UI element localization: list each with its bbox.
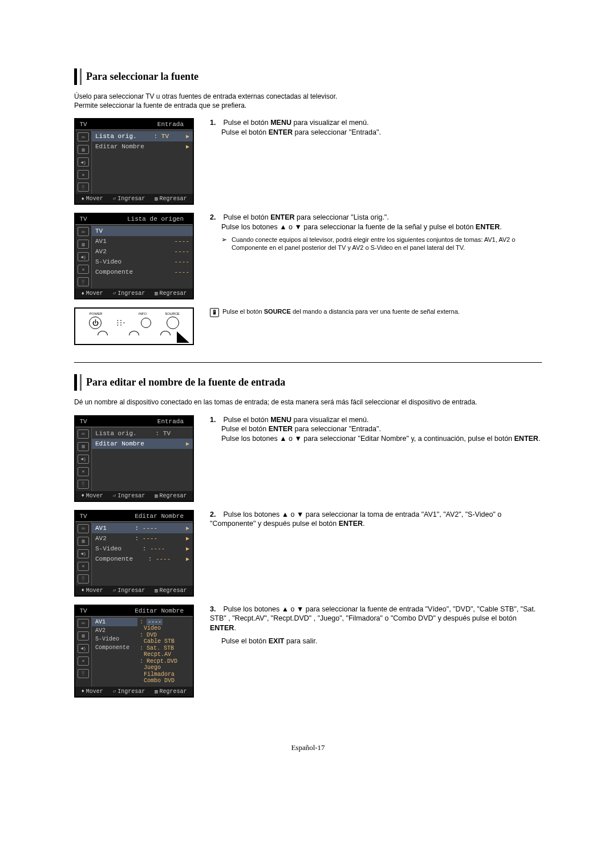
osd-panel-editar-nombre-1: TV Editar Nombre ▭ ▥ ◀) ✕ ░ AV1 : ---- bbox=[74, 510, 194, 597]
updown-icon: ♦ bbox=[81, 196, 84, 202]
osd-menu-icons: ▭ ▥ ◀) ✕ ░ bbox=[75, 617, 92, 687]
osd-footer: ♦Mover ⏎Ingresar ▥Regresar bbox=[75, 687, 193, 696]
setup-icon: ░ bbox=[78, 669, 89, 678]
osd-row-tv: TV bbox=[92, 226, 193, 236]
channel-icon: ✕ bbox=[78, 656, 89, 666]
osd-row-label: Lista orig. bbox=[95, 133, 137, 140]
enter-icon: ⏎ bbox=[113, 688, 116, 695]
step-1-1: 1. Pulse el botón MENU para visualizar e… bbox=[210, 118, 542, 128]
text: Pulse el botón bbox=[222, 308, 264, 315]
screen-icon: ▥ bbox=[78, 442, 89, 451]
updown-icon: ♦ bbox=[81, 688, 84, 694]
updown-icon: ♦ bbox=[81, 493, 84, 498]
osd-menu-icons: ▭ ▥ ◀) ✕ ░ bbox=[75, 225, 92, 289]
osd-row-editar-nombre: Editar Nombre ▶ bbox=[92, 141, 193, 152]
osd-row-av2: AV2 ---- bbox=[92, 246, 193, 257]
setup-icon: ░ bbox=[78, 183, 89, 192]
osd-title: Editar Nombre bbox=[91, 511, 193, 521]
osd-row-value: ---- bbox=[156, 556, 171, 562]
text: . bbox=[363, 520, 364, 528]
note-text: Cuando conecte equipos al televisor, pod… bbox=[232, 236, 542, 252]
intro-line-1: Úselo para seleccionar TV u otras fuente… bbox=[74, 92, 337, 100]
source-button-icon bbox=[167, 317, 179, 329]
osd-row-label: AV2 bbox=[95, 535, 107, 542]
colon: : bbox=[140, 658, 143, 664]
text: Pulse el botón bbox=[221, 425, 269, 433]
step-number: 1. bbox=[210, 118, 221, 128]
sound-icon: ◀) bbox=[78, 644, 89, 653]
bold-text: ENTER bbox=[269, 425, 293, 433]
footer-regresar: Regresar bbox=[160, 688, 187, 695]
info-button-icon bbox=[141, 318, 151, 328]
remote-btn bbox=[98, 331, 108, 335]
footer-regresar: Regresar bbox=[160, 493, 187, 499]
osd-tv-label: TV bbox=[75, 119, 91, 129]
bold-text: MENU bbox=[270, 119, 291, 127]
osd-row-value: ---- bbox=[143, 525, 157, 532]
step-2-1-sub-a: Pulse el botón ENTER para seleccionar "E… bbox=[221, 424, 542, 434]
osd-title: Lista de origen bbox=[91, 214, 193, 224]
osd-row-label: AV1 bbox=[95, 525, 107, 532]
colon: : bbox=[143, 545, 147, 552]
dropdown-option: DVD bbox=[147, 632, 157, 638]
step-1-2-sub: Pulse los botones ▲ o ▼ para seleccionar… bbox=[221, 222, 542, 232]
osd-footer: ♦Mover ⏎Ingresar ▥Regresar bbox=[75, 491, 193, 501]
remote-source-label: SOURCE bbox=[163, 312, 181, 315]
text: para seleccionar "Entrada". bbox=[293, 425, 381, 433]
setup-icon: ░ bbox=[78, 480, 89, 489]
osd-row-value: : TV bbox=[154, 133, 169, 140]
osd-row-label: AV2 bbox=[95, 248, 107, 255]
osd-menu-icons: ▭ ▥ ◀) ✕ ░ bbox=[75, 522, 92, 586]
osd-row-label: TV bbox=[95, 228, 103, 234]
screen-icon: ▥ bbox=[78, 537, 89, 546]
remote-btn bbox=[160, 331, 171, 335]
bold-text: ENTER bbox=[270, 213, 294, 221]
enter-icon: ⏎ bbox=[113, 290, 116, 297]
osd-row-lista-orig: Lista orig. : TV bbox=[92, 428, 193, 439]
osd-row-svideo: S-Video : ---- ▶ bbox=[92, 544, 193, 554]
enter-icon: ⏎ bbox=[113, 493, 116, 499]
osd-row-label: Lista orig. bbox=[95, 430, 137, 437]
sound-icon: ◀) bbox=[78, 252, 89, 261]
bold-text: ENTER bbox=[210, 624, 234, 632]
osd-tv-label: TV bbox=[75, 214, 91, 224]
footer-mover: Mover bbox=[86, 688, 103, 695]
channel-icon: ✕ bbox=[78, 562, 89, 571]
footer-ingresar: Ingresar bbox=[117, 290, 145, 297]
dropdown-option: Recpt.DVD bbox=[147, 658, 177, 664]
bold-text: ENTER bbox=[514, 435, 538, 443]
colon: : bbox=[140, 619, 143, 625]
footer-ingresar: Ingresar bbox=[117, 688, 145, 695]
text: Pulse el botón bbox=[221, 637, 269, 645]
osd-row-label: S-Video bbox=[95, 545, 121, 552]
screen-icon: ▥ bbox=[78, 240, 89, 249]
heading-bar bbox=[74, 68, 77, 85]
dropdown-option: Filmadora bbox=[140, 671, 191, 678]
dropdown-option: Combo DVD bbox=[140, 678, 191, 684]
section-header-2: Para editar el nombre de la fuente de en… bbox=[74, 374, 542, 391]
osd-row-label: AV1 bbox=[95, 619, 106, 625]
osd-panel-entrada-1: TV Entrada ▭ ▥ ◀) ✕ ░ Lista orig. : TV bbox=[74, 118, 194, 205]
intro-text-1: Úselo para seleccionar TV u otras fuente… bbox=[74, 92, 542, 110]
osd-row-av1: AV1 : ---- ▶ bbox=[92, 523, 193, 533]
return-icon: ▥ bbox=[155, 290, 157, 297]
osd-title: Editar Nombre bbox=[91, 606, 193, 616]
osd-row-svideo: S-Video bbox=[92, 635, 137, 643]
channel-icon: ✕ bbox=[78, 265, 89, 274]
osd-row-editar-nombre: Editar Nombre ▶ bbox=[92, 439, 193, 449]
osd-row-label: Componente bbox=[95, 645, 129, 651]
step-2-1: 1. Pulse el botón MENU para visualizar e… bbox=[210, 415, 542, 425]
osd-row-componente: Componente : ---- ▶ bbox=[92, 554, 193, 564]
osd-row-value: ---- bbox=[175, 269, 189, 275]
updown-icon: ♦ bbox=[81, 587, 84, 593]
step-number: 2. bbox=[210, 510, 221, 520]
return-icon: ▥ bbox=[155, 493, 157, 499]
remote-info-label: INFO bbox=[133, 312, 152, 315]
osd-row-componente: Componente ---- bbox=[92, 267, 193, 277]
screen-icon: ▥ bbox=[78, 145, 89, 154]
remote-illustration: POWER INFO SOURCE ⏻ ● ●● ● ●● ● bbox=[74, 307, 194, 345]
picture-icon: ▭ bbox=[78, 524, 89, 533]
intro-text-2: Dé un nombre al dispositivo conectado en… bbox=[74, 398, 542, 407]
enter-icon: ⏎ bbox=[113, 196, 116, 202]
bold-text: ENTER bbox=[339, 520, 363, 528]
